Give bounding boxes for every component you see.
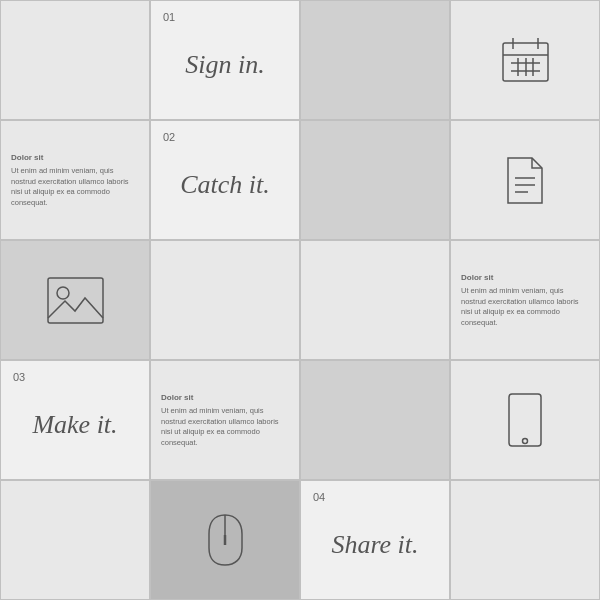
- cell-r5-c4: [450, 480, 600, 600]
- cell-lorem-1: Dolor sit Ut enim ad minim veniam, quis …: [0, 120, 150, 240]
- cell-step-02: 02 Catch it.: [150, 120, 300, 240]
- lorem-text-2: Dolor sit Ut enim ad minim veniam, quis …: [451, 262, 599, 338]
- lorem-text-1: Dolor sit Ut enim ad minim veniam, quis …: [1, 142, 149, 218]
- calendar-icon: [498, 33, 553, 88]
- cell-mouse-icon: [150, 480, 300, 600]
- mouse-icon: [203, 510, 248, 570]
- step-02-number: 02: [163, 131, 175, 143]
- cell-lorem-3: Dolor sit Ut enim ad minim veniam, quis …: [150, 360, 300, 480]
- cell-step-01: 01 Sign in.: [150, 0, 300, 120]
- step-04-title: Share it.: [331, 530, 418, 560]
- tablet-icon: [505, 391, 545, 449]
- step-04-number: 04: [313, 491, 325, 503]
- cell-r5-c1: [0, 480, 150, 600]
- cell-tablet-icon: [450, 360, 600, 480]
- lorem-text-3: Dolor sit Ut enim ad minim veniam, quis …: [151, 382, 299, 458]
- cell-calendar-icon: [450, 0, 600, 120]
- step-01-title: Sign in.: [185, 50, 264, 80]
- step-01-number: 01: [163, 11, 175, 23]
- step-03-title: Make it.: [32, 410, 117, 440]
- cell-step-04: 04 Share it.: [300, 480, 450, 600]
- svg-rect-12: [48, 278, 103, 323]
- svg-point-13: [57, 287, 69, 299]
- landscape-icon: [43, 273, 108, 328]
- cell-r3-c2: [150, 240, 300, 360]
- cell-r2-c3: [300, 120, 450, 240]
- cell-lorem-2: Dolor sit Ut enim ad minim veniam, quis …: [450, 240, 600, 360]
- cell-document-icon: [450, 120, 600, 240]
- main-grid: 01 Sign in. Dolor sit Ut enim ad minim v…: [0, 0, 600, 600]
- step-03-number: 03: [13, 371, 25, 383]
- cell-r1-c1: [0, 0, 150, 120]
- cell-landscape-icon: [0, 240, 150, 360]
- cell-r4-c3: [300, 360, 450, 480]
- cell-r1-c3: [300, 0, 450, 120]
- svg-point-15: [523, 439, 528, 444]
- cell-r3-c3: [300, 240, 450, 360]
- cell-step-03: 03 Make it.: [0, 360, 150, 480]
- step-02-title: Catch it.: [180, 170, 270, 200]
- document-icon: [500, 153, 550, 208]
